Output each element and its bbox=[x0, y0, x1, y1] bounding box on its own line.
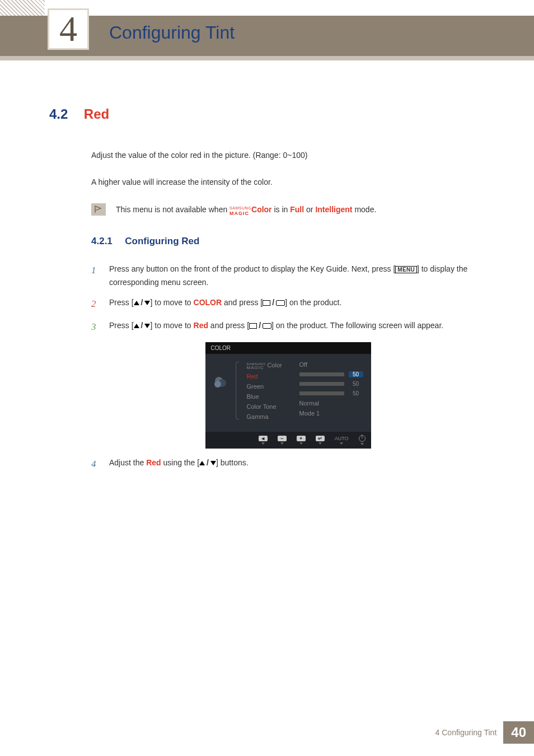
osd-bracket bbox=[236, 362, 239, 419]
osd-footer-power-icon bbox=[359, 435, 366, 445]
chapter-number-box: 4 bbox=[49, 10, 87, 48]
section-number: 4.2 bbox=[49, 106, 68, 122]
step-text: Press [/] to move to COLOR and press [/]… bbox=[109, 296, 341, 312]
subsection-title: Configuring Red bbox=[125, 236, 199, 246]
osd-footer-plus-icon: + bbox=[297, 436, 306, 445]
osd-item-gamma: Gamma bbox=[247, 412, 292, 422]
menu-button-label: MENU bbox=[395, 266, 417, 273]
osd-panel: COLOR SAMSUNGMAGIC Color Red Green Blue … bbox=[205, 342, 371, 449]
intro-line-2: A higher value will increase the intensi… bbox=[91, 176, 485, 188]
osd-item-red: Red bbox=[247, 371, 292, 381]
subsection-number: 4.2.1 bbox=[91, 236, 113, 246]
section-heading: 4.2 Red bbox=[49, 106, 485, 122]
slider-red-value: 50 bbox=[349, 371, 363, 377]
slider-blue bbox=[299, 391, 344, 395]
note-row: This menu is not available when SAMSUNGM… bbox=[91, 203, 485, 216]
osd-menu-items: SAMSUNGMAGIC Color Red Green Blue Color … bbox=[247, 360, 292, 422]
note-icon bbox=[91, 203, 106, 216]
footer-page-number: 40 bbox=[503, 721, 534, 744]
osd-footer: ◄ − + ↵ AUTO bbox=[205, 432, 371, 449]
step-number: 1 bbox=[91, 263, 99, 290]
step-4: 4 Adjust the Red using the [/] buttons. bbox=[91, 456, 485, 473]
osd-item-blue: Blue bbox=[247, 391, 292, 402]
osd-footer-auto: AUTO bbox=[335, 436, 349, 445]
osd-values: Off 50 50 50 Normal Mode 1 bbox=[299, 360, 363, 422]
step-text: Press any button on the front of the pro… bbox=[109, 263, 485, 290]
osd-item-green: Green bbox=[247, 381, 292, 391]
slider-blue-value: 50 bbox=[349, 390, 363, 396]
samsung-magic-label: SAMSUNGMAGIC bbox=[229, 204, 251, 216]
osd-title: COLOR bbox=[205, 342, 371, 354]
section-title: Red bbox=[84, 106, 109, 122]
footer-label: 4 Configuring Tint bbox=[435, 728, 497, 737]
osd-footer-minus-icon: − bbox=[278, 436, 287, 445]
osd-item-color-tone: Color Tone bbox=[247, 402, 292, 412]
step-3: 3 Press [/] to move to Red and press [/]… bbox=[91, 319, 485, 335]
osd-value-off: Off bbox=[299, 361, 307, 368]
svg-point-2 bbox=[214, 381, 221, 388]
osd-footer-enter-icon: ↵ bbox=[316, 436, 325, 445]
intro-line-1: Adjust the value of the color red in the… bbox=[91, 149, 485, 161]
step-number: 3 bbox=[91, 319, 99, 335]
chapter-title: Configuring Tint bbox=[109, 22, 235, 43]
up-down-icon: / bbox=[134, 296, 151, 310]
select-enter-icon: / bbox=[249, 319, 271, 333]
osd-value-mode1: Mode 1 bbox=[299, 410, 320, 417]
osd-footer-back-icon: ◄ bbox=[259, 436, 268, 445]
up-down-icon: / bbox=[134, 319, 151, 333]
step-text: Press [/] to move to Red and press [/] o… bbox=[109, 319, 443, 335]
osd-category-icon bbox=[213, 375, 228, 422]
select-enter-icon: / bbox=[263, 296, 285, 310]
chapter-number: 4 bbox=[59, 11, 77, 47]
note-text: This menu is not available when SAMSUNGM… bbox=[116, 203, 376, 216]
step-number: 2 bbox=[91, 296, 99, 312]
step-2: 2 Press [/] to move to COLOR and press [… bbox=[91, 296, 485, 312]
osd-item-magic-color: SAMSUNGMAGIC Color bbox=[247, 360, 292, 371]
slider-red bbox=[299, 372, 344, 376]
slider-green bbox=[299, 382, 344, 386]
step-1: 1 Press any button on the front of the p… bbox=[91, 263, 485, 290]
page-footer: 4 Configuring Tint 40 bbox=[435, 721, 534, 744]
slider-green-value: 50 bbox=[349, 381, 363, 387]
step-number: 4 bbox=[91, 456, 99, 473]
osd-value-normal: Normal bbox=[299, 400, 319, 407]
step-text: Adjust the Red using the [/] buttons. bbox=[109, 456, 249, 473]
up-down-icon: / bbox=[199, 456, 216, 470]
subsection-heading: 4.2.1 Configuring Red bbox=[91, 236, 485, 247]
